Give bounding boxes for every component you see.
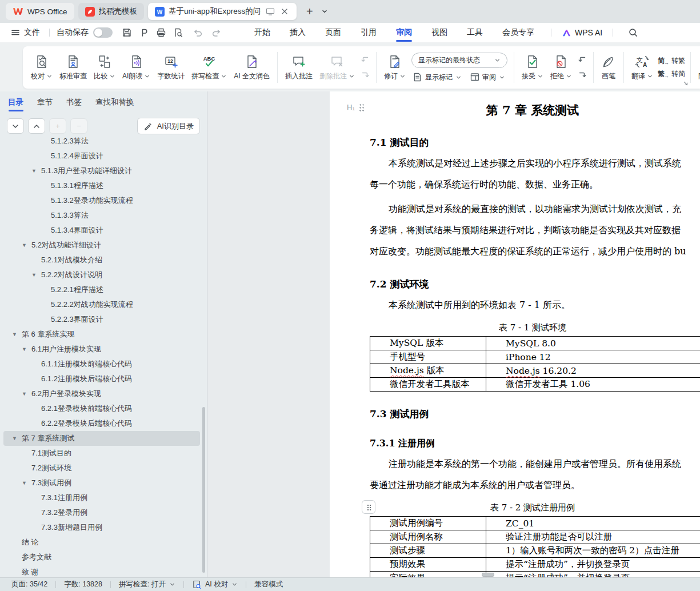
修订-button[interactable]: 修订 <box>381 53 409 83</box>
collapse-arrow-icon[interactable]: ▼ <box>22 391 31 397</box>
toc-item[interactable]: ▼第 6 章系统实现 <box>0 327 207 342</box>
table-cell[interactable]: 提示“注册成功”，并切换登录页 <box>486 572 700 578</box>
toc-item[interactable]: 5.1.2.3算法 <box>0 134 207 149</box>
toc-item[interactable]: ▼6.1用户注册模块实现 <box>0 342 207 357</box>
collapse-arrow-icon[interactable]: ▼ <box>12 332 22 337</box>
save-icon[interactable] <box>122 27 132 38</box>
table-cell[interactable]: ZC_01 <box>486 517 700 530</box>
markup-state-select[interactable]: 显示标记的最终状态 <box>411 53 507 68</box>
toc-item[interactable]: 5.1.2.4界面设计 <box>0 149 207 163</box>
ribbon-tab-工具[interactable]: 工具 <box>457 23 493 42</box>
dialog-launcher-icon[interactable] <box>683 81 689 86</box>
toc-item[interactable]: 6.1.1注册模块前端核心代码 <box>0 357 207 372</box>
ribbon-tab-引用[interactable]: 引用 <box>351 23 386 42</box>
toc-item[interactable]: ▼6.2用户登录模块实现 <box>0 386 207 401</box>
wps-ai-button[interactable]: WPS AI <box>558 28 606 37</box>
document-page[interactable]: H₁ 第 7 章 系统测试7.1 测试目的本系统测试是对经过上述步骤之后实现的小… <box>330 91 700 577</box>
toc-item[interactable]: 7.3.1注册用例 <box>0 490 207 505</box>
collapse-arrow-icon[interactable]: ▼ <box>22 242 31 248</box>
拒绝-button[interactable]: 拒绝 <box>547 53 575 83</box>
ribbon-tab-插入[interactable]: 插入 <box>280 23 315 42</box>
toc-item[interactable]: 参考文献 <box>0 550 207 565</box>
toc-item[interactable]: ▼5.2.2对战设计说明 <box>0 267 207 282</box>
toc-item[interactable]: 5.2.2.3界面设计 <box>0 312 207 327</box>
table-cell[interactable]: Node.js 16.20.2 <box>486 364 700 378</box>
search-icon[interactable] <box>628 27 638 38</box>
限制编辑-button[interactable]: 限制编辑 <box>695 53 700 83</box>
window-tab-0[interactable]: WPS Office <box>6 3 74 20</box>
toc-item[interactable]: ▼7.3测试用例 <box>0 476 207 490</box>
审阅-button[interactable]: 审阅 <box>470 72 505 82</box>
table-cell[interactable]: MySQL 版本 <box>370 337 486 350</box>
undo-icon[interactable] <box>193 27 203 38</box>
pane-tab-章节[interactable]: 章节 <box>37 91 53 113</box>
toc-item[interactable]: 7.3.2登录用例 <box>0 505 207 520</box>
heading-anchor[interactable]: H₁ <box>347 103 365 111</box>
table-cell[interactable]: 预期效果 <box>370 558 486 572</box>
toc-item[interactable]: 致 谢 <box>0 565 207 577</box>
pane-tab-目录[interactable]: 目录 <box>8 91 23 113</box>
toc-item[interactable]: 7.1测试目的 <box>0 446 207 461</box>
window-tab-1[interactable]: 找稻壳模板 <box>78 3 145 20</box>
toc-item[interactable]: 5.2.2.1程序描述 <box>0 282 207 297</box>
autosave-toggle[interactable] <box>93 27 113 38</box>
collapse-arrow-icon[interactable]: ▼ <box>31 272 41 278</box>
table-cell[interactable]: 测试用例编号 <box>370 517 486 530</box>
toc-item[interactable]: 5.2.2.2对战功能实现流程 <box>0 297 207 312</box>
status-item[interactable]: AI 校对 <box>184 580 246 590</box>
toc-item[interactable]: ▼第 7 章系统测试 <box>3 431 200 446</box>
ribbon-tab-视图[interactable]: 视图 <box>422 23 457 42</box>
toc-item[interactable]: 6.2.1登录模块前端核心代码 <box>0 401 207 416</box>
pane-tab-书签[interactable]: 书签 <box>66 91 82 113</box>
table-cell[interactable]: 测试用例名称 <box>370 530 486 544</box>
toc-item[interactable]: 6.1.2注册模块后端核心代码 <box>0 372 207 386</box>
toc-item[interactable]: ▼5.1.3用户登录功能详细设计 <box>0 163 207 178</box>
toc-zoom-out-button[interactable]: − <box>70 118 87 134</box>
jian-to-fan-button[interactable]: 简→转繁 <box>658 56 685 66</box>
校对-button[interactable]: 校对 <box>27 53 56 83</box>
drag-handle-icon[interactable] <box>359 103 365 111</box>
status-item[interactable]: 字数: 13828 <box>56 580 110 589</box>
拼写检查-button[interactable]: ABC拼写检查 <box>188 53 230 83</box>
画笔-button[interactable]: 画笔 <box>598 53 619 83</box>
toc-zoom-in-button[interactable]: + <box>49 118 66 134</box>
ribbon-tab-会员专享[interactable]: 会员专享 <box>493 23 544 42</box>
status-item[interactable]: 拼写检查: 打开 <box>111 580 183 589</box>
close-tab-icon[interactable] <box>279 6 290 17</box>
status-item[interactable]: 页面: 35/42 <box>3 580 55 589</box>
table-cell[interactable]: iPhone 12 <box>486 350 700 364</box>
比较-button[interactable]: 比较 <box>90 53 119 83</box>
prev-change-icon[interactable] <box>577 55 587 65</box>
table-cell[interactable]: 提示“注册成功”，并切换登录页 <box>486 558 700 572</box>
table-cell[interactable]: 微信开发者工具 1.06 <box>486 378 700 392</box>
redo-icon[interactable] <box>211 27 222 38</box>
toc-item[interactable]: 5.1.3.4界面设计 <box>0 223 207 238</box>
toc-item[interactable]: 5.1.3.3算法 <box>0 208 207 223</box>
status-item[interactable]: 兼容模式 <box>246 580 291 589</box>
table-cell[interactable]: 手机型号 <box>370 350 486 364</box>
ribbon-tab-页面[interactable]: 页面 <box>315 23 351 42</box>
AI朗读-button[interactable]: AI朗读 <box>119 53 154 83</box>
table-cell[interactable]: MySQL 8.0 <box>486 337 700 350</box>
file-menu-button[interactable]: 文件 <box>8 27 42 38</box>
toc-item[interactable]: ▼5.2对战功能详细设计 <box>0 238 207 253</box>
翻译-button[interactable]: 文A翻译 <box>628 53 657 83</box>
toc-item[interactable]: 5.1.3.2登录功能实现流程 <box>0 193 207 208</box>
接受-button[interactable]: 接受 <box>518 53 547 83</box>
toc-item[interactable]: 7.3.3新增题目用例 <box>0 520 207 535</box>
fan-to-jian-button[interactable]: 繁→转简 <box>658 69 685 79</box>
toc-collapse-button[interactable] <box>28 118 45 134</box>
ribbon-tab-开始[interactable]: 开始 <box>245 23 280 42</box>
ribbon-tab-审阅[interactable]: 审阅 <box>386 23 422 42</box>
sidebar-scrollbar-thumb[interactable] <box>202 407 205 573</box>
table-cell[interactable]: Node.js 版本 <box>370 364 486 378</box>
table-cell[interactable]: 实际效果 <box>370 572 486 578</box>
AI 全文润色-button[interactable]: AI 全文润色 <box>230 53 273 83</box>
显示标记-button[interactable]: 显示标记 <box>413 72 462 82</box>
toc-expand-button[interactable] <box>7 118 24 134</box>
print-preview-icon[interactable] <box>173 27 183 38</box>
next-change-icon[interactable] <box>577 70 587 81</box>
print-icon[interactable] <box>156 27 166 38</box>
table-cell[interactable]: 微信开发者工具版本 <box>370 378 486 392</box>
next-comment-icon[interactable] <box>360 70 370 81</box>
